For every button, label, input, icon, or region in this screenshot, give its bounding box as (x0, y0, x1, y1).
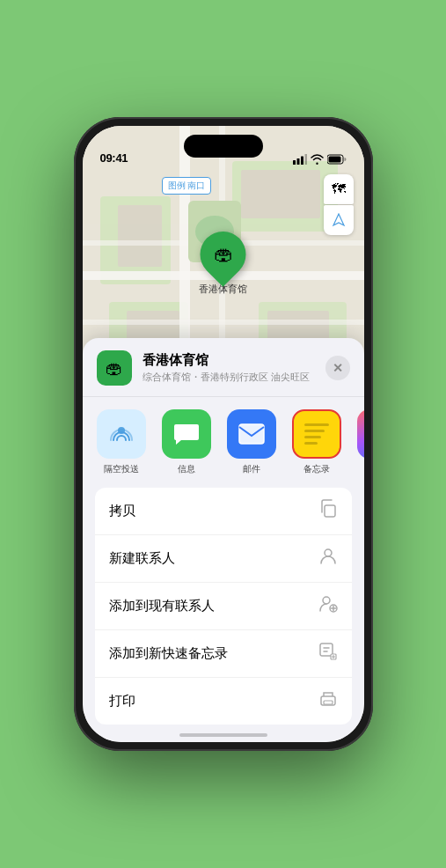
home-indicator (179, 733, 267, 737)
share-item-more[interactable]: 提 (352, 409, 364, 475)
svg-rect-2 (301, 157, 303, 166)
svg-point-26 (325, 549, 332, 556)
bottom-sheet: 🏟 香港体育馆 综合体育馆・香港特别行政区 油尖旺区 ✕ (83, 338, 364, 742)
pin-icon: 🏟 (214, 243, 233, 266)
map-location-btn[interactable] (324, 205, 354, 235)
airdrop-icon-wrap (97, 409, 146, 459)
action-new-contact-label: 新建联系人 (109, 550, 175, 567)
mail-icon (238, 423, 266, 445)
svg-point-27 (323, 597, 330, 604)
map-label-prefix: 图例 (168, 180, 186, 190)
airdrop-label: 隔空投送 (104, 463, 139, 475)
mail-icon-wrap (227, 409, 276, 459)
svg-rect-24 (239, 424, 264, 444)
svg-rect-3 (304, 154, 307, 165)
venue-icon: 🏟 (97, 350, 132, 386)
action-copy-label: 拷贝 (109, 503, 135, 519)
share-item-notes[interactable]: 备忘录 (287, 409, 347, 475)
map-pin: 🏟 香港体育馆 (199, 232, 247, 296)
wifi-icon (311, 154, 324, 165)
venue-desc: 综合体育馆・香港特别行政区 油尖旺区 (143, 371, 325, 384)
battery-icon (327, 154, 347, 165)
venue-info: 香港体育馆 综合体育馆・香港特别行政区 油尖旺区 (143, 352, 325, 384)
copy-icon (318, 499, 338, 523)
status-time: 09:41 (100, 151, 128, 165)
map-view-btn[interactable]: 🗺 (324, 174, 354, 204)
dynamic-island (184, 135, 263, 158)
venue-icon-emoji: 🏟 (106, 358, 123, 379)
close-button[interactable]: ✕ (325, 356, 350, 380)
person-add-icon (318, 594, 338, 618)
phone-frame: 09:41 (74, 117, 373, 751)
action-item-add-contact[interactable]: 添加到现有联系人 (95, 583, 352, 630)
svg-rect-11 (118, 205, 162, 267)
notes-icon-wrap (292, 409, 341, 459)
action-item-copy[interactable]: 拷贝 (95, 488, 352, 535)
action-item-quick-note[interactable]: 添加到新快速备忘录 (95, 630, 352, 678)
action-list: 拷贝 新建联系人 (95, 488, 352, 725)
notes-line-1 (304, 423, 329, 426)
airdrop-icon (108, 421, 135, 447)
action-print-label: 打印 (109, 693, 135, 710)
more-icon-wrap (357, 409, 364, 459)
person-icon (318, 547, 338, 570)
pin-circle: 🏟 (191, 222, 256, 287)
status-icons (293, 154, 347, 165)
svg-rect-12 (241, 170, 320, 218)
svg-rect-32 (324, 701, 333, 704)
notes-line-4 (304, 442, 318, 445)
map-location-label: 图例 南口 (162, 177, 212, 195)
notes-lines (299, 416, 334, 452)
phone-screen: 09:41 (83, 126, 364, 742)
action-item-print[interactable]: 打印 (95, 678, 352, 725)
svg-rect-25 (325, 505, 335, 517)
share-item-mail[interactable]: 邮件 (222, 409, 281, 475)
messages-label: 信息 (178, 463, 195, 475)
share-row: 隔空投送 信息 (83, 397, 364, 481)
share-item-airdrop[interactable]: 隔空投送 (91, 409, 151, 475)
mail-label: 邮件 (243, 463, 260, 475)
sheet-header: 🏟 香港体育馆 综合体育馆・香港特别行政区 油尖旺区 ✕ (83, 338, 364, 397)
map-label-text: 南口 (187, 180, 205, 190)
note-icon (318, 642, 338, 666)
notes-label: 备忘录 (303, 463, 330, 475)
svg-rect-19 (83, 320, 364, 325)
svg-rect-0 (293, 160, 296, 165)
action-quick-note-label: 添加到新快速备忘录 (109, 645, 228, 662)
svg-rect-5 (328, 157, 340, 163)
notes-line-2 (304, 430, 325, 432)
print-icon (318, 689, 338, 713)
messages-icon (172, 421, 201, 447)
venue-name: 香港体育馆 (143, 352, 325, 369)
messages-icon-wrap (162, 409, 211, 459)
svg-rect-1 (296, 158, 299, 165)
action-item-new-contact[interactable]: 新建联系人 (95, 535, 352, 583)
notes-line-3 (304, 436, 322, 438)
share-item-messages[interactable]: 信息 (157, 409, 216, 475)
signal-icon (293, 154, 307, 165)
location-arrow-icon (332, 213, 346, 227)
map-btn-group: 🗺 (324, 174, 354, 235)
action-add-contact-label: 添加到现有联系人 (109, 598, 215, 614)
